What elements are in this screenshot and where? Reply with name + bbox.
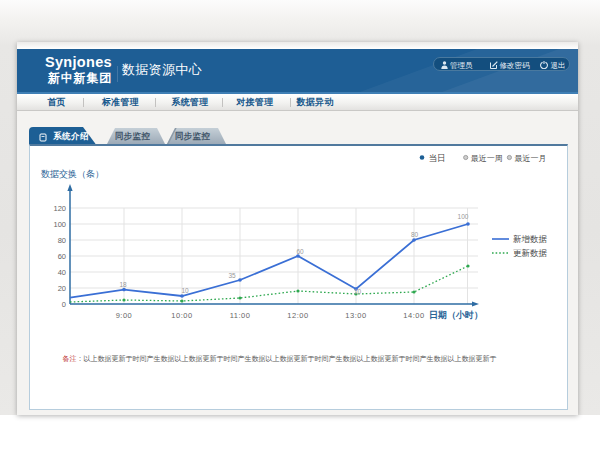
svg-text:40: 40 xyxy=(58,268,66,277)
svg-text:10:00: 10:00 xyxy=(171,311,192,320)
svg-text:100: 100 xyxy=(458,213,469,220)
svg-text:11:00: 11:00 xyxy=(230,311,251,320)
svg-text:14:00: 14:00 xyxy=(403,311,424,320)
svg-text:同步监控: 同步监控 xyxy=(175,131,211,141)
svg-text:13:00: 13:00 xyxy=(345,311,366,320)
svg-text:数据交换（条）: 数据交换（条） xyxy=(41,169,104,179)
svg-text:0: 0 xyxy=(62,300,66,309)
svg-text:120: 120 xyxy=(53,204,66,213)
svg-text:最近一月: 最近一月 xyxy=(515,154,547,163)
svg-text:新增数据: 新增数据 xyxy=(513,234,548,244)
svg-text:当日: 当日 xyxy=(429,153,446,163)
svg-text:同步监控: 同步监控 xyxy=(115,131,151,141)
svg-text:10: 10 xyxy=(181,287,189,294)
svg-text:100: 100 xyxy=(53,220,66,229)
svg-text:12:00: 12:00 xyxy=(287,311,308,320)
svg-text:80: 80 xyxy=(58,236,66,245)
svg-text:更新数据: 更新数据 xyxy=(513,248,548,258)
svg-text:80: 80 xyxy=(411,231,419,238)
svg-text:日期（小时）: 日期（小时） xyxy=(429,310,483,320)
svg-text:9:00: 9:00 xyxy=(116,311,133,320)
svg-text:60: 60 xyxy=(296,248,304,255)
svg-text:10: 10 xyxy=(354,288,362,295)
svg-text:系统介绍: 系统介绍 xyxy=(52,131,89,141)
svg-text:18: 18 xyxy=(119,281,127,288)
svg-text:20: 20 xyxy=(58,284,66,293)
svg-text:60: 60 xyxy=(58,252,66,261)
svg-text:最近一周: 最近一周 xyxy=(471,154,503,163)
svg-text:35: 35 xyxy=(228,272,236,279)
